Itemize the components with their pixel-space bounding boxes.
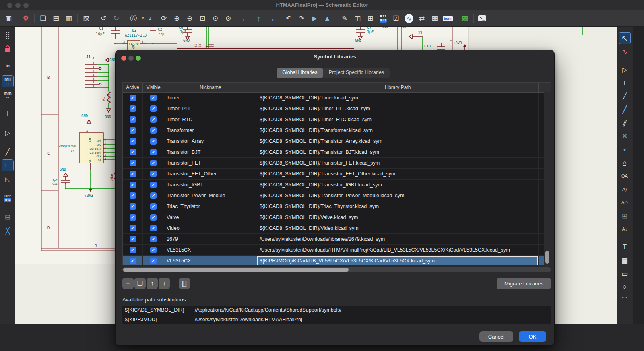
visible-checkbox[interactable]: ✓ <box>150 116 157 123</box>
library-path-cell[interactable]: ${KICAD8_SYMBOL_DIR}/Video.kicad_sym <box>257 223 539 233</box>
nickname-cell[interactable]: Transformer <box>164 125 257 136</box>
hidden-pins-icon[interactable]: ▷ <box>2 127 14 139</box>
fields-table-icon[interactable]: ▦ <box>429 12 441 25</box>
nickname-cell[interactable]: Video <box>164 223 257 233</box>
plot-icon[interactable]: ▥ <box>63 12 75 25</box>
library-path-cell[interactable]: /Users/sylviakuster/Downloads/libraries/… <box>257 234 539 244</box>
hv-wire-icon[interactable]: ∟ <box>2 159 14 171</box>
active-checkbox[interactable]: ✓ <box>130 258 136 264</box>
visible-checkbox[interactable]: ✓ <box>150 203 157 210</box>
active-checkbox[interactable]: ✓ <box>130 203 136 210</box>
no-connect-icon[interactable]: ✕ <box>619 130 631 142</box>
library-path-cell[interactable]: ${KICAD8_SYMBOL_DIR}/Timer_PLL.kicad_sym <box>257 103 539 114</box>
nickname-cell[interactable]: 2679 <box>164 234 257 244</box>
active-checkbox[interactable]: ✓ <box>130 127 136 134</box>
nickname-cell[interactable]: Triac_Thyristor <box>164 201 257 212</box>
library-path-cell[interactable]: ${KIPRJMOD}/KiCad/LIB_VL53L5CX/VL53L5CX/… <box>257 256 539 265</box>
active-checkbox[interactable]: ✓ <box>130 105 136 112</box>
wire-45-icon[interactable]: ◺ <box>2 173 14 185</box>
visible-checkbox[interactable]: ✓ <box>150 192 157 199</box>
library-path-cell[interactable]: ${KICAD8_SYMBOL_DIR}/Transistor_Array.ki… <box>257 136 539 147</box>
hierarchy-navigator-icon[interactable]: ⊟ <box>2 211 14 223</box>
library-path-cell[interactable]: ${KICAD8_SYMBOL_DIR}/Transistor_FET.kica… <box>257 158 539 168</box>
rectangle-icon[interactable]: ▭ <box>619 268 631 280</box>
print-icon[interactable]: ▤ <box>50 12 62 25</box>
active-checkbox[interactable]: ✓ <box>130 160 136 166</box>
pcb-editor-icon[interactable]: ▩ <box>459 12 471 25</box>
assign-footprints-icon[interactable]: ⇄ <box>416 12 428 25</box>
annotate-icon[interactable]: R??R42 <box>377 12 389 25</box>
table-row[interactable]: ✓✓Transistor_IGBT${KICAD8_SYMBOL_DIR}/Tr… <box>123 180 551 190</box>
nickname-cell[interactable]: Transistor_Power_Module <box>164 190 257 201</box>
library-path-cell[interactable]: ${KICAD8_SYMBOL_DIR}/Transistor_Power_Mo… <box>257 190 539 201</box>
active-checkbox[interactable]: ✓ <box>130 171 136 177</box>
find-icon[interactable]: Ⓐ <box>128 12 140 25</box>
text-icon[interactable]: T <box>619 241 631 253</box>
horizontal-scrollbar-thumb[interactable] <box>123 268 349 272</box>
mirror-v-icon[interactable]: ▲ <box>321 12 333 25</box>
visible-checkbox[interactable]: ✓ <box>150 149 157 155</box>
library-path-cell[interactable]: ${KICAD8_SYMBOL_DIR}/Triac_Thyristor.kic… <box>257 201 539 212</box>
hier-label-icon[interactable]: A◇ <box>619 196 631 209</box>
browse-library-button[interactable]: ❐ <box>134 278 146 289</box>
visible-checkbox[interactable]: ✓ <box>150 95 157 101</box>
visible-checkbox[interactable]: ✓ <box>150 236 157 242</box>
active-checkbox[interactable]: ✓ <box>130 138 136 145</box>
tab-project-specific-libraries[interactable]: Project Specific Libraries <box>323 68 390 78</box>
save-icon[interactable]: ▣ <box>2 12 14 25</box>
cancel-button[interactable]: Cancel <box>479 331 513 342</box>
hier-sheet-icon[interactable]: ⊞ <box>619 210 631 222</box>
junction-icon[interactable]: ● <box>619 143 631 155</box>
symbol-editor-icon[interactable]: ⊞ <box>364 12 376 25</box>
vertical-scrollbar-thumb[interactable] <box>545 251 549 264</box>
library-path-cell[interactable]: ${KICAD8_SYMBOL_DIR}/Transistor_BJT.kica… <box>257 147 539 157</box>
table-row[interactable]: ✓✓Transistor_BJT${KICAD8_SYMBOL_DIR}/Tra… <box>123 147 551 158</box>
draw-wire-icon[interactable]: ╱ <box>619 90 631 102</box>
nickname-cell[interactable]: Transistor_Array <box>164 136 257 147</box>
visible-checkbox[interactable]: ✓ <box>150 160 157 166</box>
visible-checkbox[interactable]: ✓ <box>150 247 157 253</box>
table-row[interactable]: ✓✓Transistor_Array${KICAD8_SYMBOL_DIR}/T… <box>123 136 551 147</box>
rotate-ccw-icon[interactable]: ↶ <box>283 12 295 25</box>
library-path-cell[interactable]: ${KICAD8_SYMBOL_DIR}/Timer.kicad_sym <box>257 93 539 103</box>
properties-panel-icon[interactable]: ╳ <box>2 225 14 237</box>
symbol-properties-icon[interactable]: ✎ <box>339 12 351 25</box>
sheet-pin-icon[interactable]: A↓ <box>619 223 631 235</box>
visible-checkbox[interactable]: ✓ <box>150 105 157 112</box>
redo-icon[interactable]: ↻ <box>110 12 122 25</box>
active-checkbox[interactable]: ✓ <box>130 214 136 221</box>
delete-library-button[interactable]: ∐ <box>179 278 190 289</box>
nickname-cell[interactable]: Transistor_FET_Other <box>164 169 257 179</box>
browse-libraries-icon[interactable]: ◫ <box>351 12 363 25</box>
table-row[interactable]: ✓✓Triac_Thyristor${KICAD8_SYMBOL_DIR}/Tr… <box>123 201 551 212</box>
zoom-fit-objects-icon[interactable]: ⊙ <box>209 12 221 25</box>
nickname-cell[interactable]: Timer <box>164 93 257 103</box>
active-checkbox[interactable]: ✓ <box>130 247 136 253</box>
arc-icon[interactable]: ⌒ <box>619 294 631 306</box>
horizontal-scrollbar[interactable] <box>122 267 551 272</box>
nickname-cell[interactable]: Transistor_IGBT <box>164 180 257 190</box>
table-row[interactable]: ✓✓Video${KICAD8_SYMBOL_DIR}/Video.kicad_… <box>123 223 551 234</box>
library-path-cell[interactable]: ${KICAD8_SYMBOL_DIR}/Transistor_IGBT.kic… <box>257 180 539 190</box>
table-row[interactable]: ✓✓Transistor_FET${KICAD8_SYMBOL_DIR}/Tra… <box>123 158 551 169</box>
select-tool-icon[interactable]: ↖ <box>619 32 631 44</box>
textbox-icon[interactable]: ▤ <box>619 254 631 266</box>
nav-back-icon[interactable]: ← <box>239 12 252 25</box>
ok-button[interactable]: OK <box>519 331 546 342</box>
bus-entry-icon[interactable]: ∥ <box>619 117 631 129</box>
units-mm-icon[interactable]: mm <box>2 89 14 101</box>
active-checkbox[interactable]: ✓ <box>130 95 136 101</box>
nav-forward-icon[interactable]: → <box>265 12 277 25</box>
visible-checkbox[interactable]: ✓ <box>150 127 157 134</box>
nickname-cell[interactable]: Timer_RTC <box>164 114 257 125</box>
global-label-icon[interactable]: A⟩ <box>619 183 631 195</box>
active-checkbox[interactable]: ✓ <box>130 116 136 123</box>
zoom-in-icon[interactable]: ⊕ <box>171 12 183 25</box>
active-checkbox[interactable]: ✓ <box>130 192 136 199</box>
nickname-cell[interactable]: Transistor_BJT <box>164 147 257 157</box>
rotate-cw-icon[interactable]: ↷ <box>295 12 308 25</box>
paste-icon[interactable]: ▨ <box>80 12 92 25</box>
move-up-button[interactable]: ↑ <box>147 278 158 289</box>
library-path-cell[interactable]: ${KICAD8_SYMBOL_DIR}/Valve.kicad_sym <box>257 212 539 223</box>
find-replace-icon[interactable]: A→B <box>140 12 153 25</box>
